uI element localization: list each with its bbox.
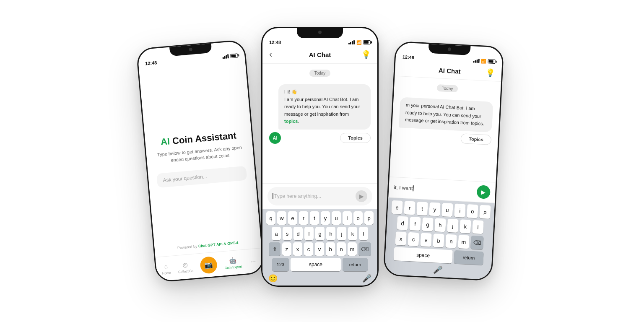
key-s[interactable]: s [283, 227, 292, 240]
key-r-n[interactable]: n [445, 234, 457, 248]
key-r-c[interactable]: c [408, 232, 419, 246]
key-w[interactable]: w [277, 211, 286, 225]
key-y[interactable]: y [321, 211, 330, 225]
collectico-icon: ◎ [181, 260, 190, 269]
topics-button-right[interactable]: Topics [461, 133, 492, 145]
wifi-center: 📶 [356, 40, 361, 45]
back-button[interactable]: ‹ [269, 49, 281, 60]
key-r-j[interactable]: j [447, 219, 459, 233]
key-d[interactable]: d [293, 227, 303, 240]
key-r-k[interactable]: k [460, 219, 471, 233]
nav-extra[interactable]: ⋯ [249, 257, 258, 266]
key-o[interactable]: o [353, 211, 363, 225]
key-l[interactable]: l [359, 227, 368, 240]
key-p[interactable]: p [364, 211, 374, 225]
signal-right [473, 58, 480, 63]
emoji-icon[interactable]: 🙂 [268, 274, 278, 283]
keyboard-row-1: q w e r t y u i o p [264, 211, 376, 225]
bulb-icon-right[interactable]: 💡 [486, 68, 495, 78]
key-r-d[interactable]: d [397, 216, 408, 230]
key-r-v[interactable]: v [420, 233, 432, 247]
nav-coin-expert[interactable]: 🤖 Coin Expert [223, 255, 242, 270]
mic-icon[interactable]: 🎤 [362, 274, 371, 283]
nav-home[interactable]: ⌂ Home [161, 262, 171, 275]
keyboard-row-2: a s d f g h j k l [264, 227, 376, 240]
cursor-blink [273, 193, 273, 199]
signal-left [222, 54, 229, 59]
send-button-center[interactable]: ▶ [356, 190, 367, 202]
key-shift[interactable]: ⇧ [269, 242, 280, 256]
key-m[interactable]: m [348, 242, 357, 256]
key-j[interactable]: j [337, 227, 346, 240]
key-r-l[interactable]: l [472, 220, 484, 234]
battery-right [488, 59, 495, 64]
keyboard-row-3: ⇧ z x c v b n m ⌫ [264, 242, 376, 256]
key-space[interactable]: space [291, 258, 341, 271]
key-u[interactable]: u [332, 211, 341, 225]
chat-bubble-right: m your personal AI Chat Bot. I am ready … [399, 97, 493, 132]
camera-dot-right [448, 47, 451, 51]
key-r[interactable]: r [299, 211, 308, 225]
key-r-g[interactable]: g [422, 218, 434, 231]
key-k[interactable]: k [348, 227, 357, 240]
key-q[interactable]: q [266, 211, 275, 225]
key-123[interactable]: 123 [272, 258, 289, 271]
camera-dot-center [318, 31, 322, 34]
key-f[interactable]: f [304, 227, 314, 240]
nav-camera[interactable]: 📷 [200, 256, 218, 274]
mic-icon-right[interactable]: 🎤 [433, 265, 443, 275]
key-r-m[interactable]: m [458, 235, 470, 249]
phone-left: 12:48 AI Coin Assistant [136, 39, 265, 283]
key-backspace[interactable]: ⌫ [358, 242, 371, 256]
input-row-center: Type here anything... ▶ [267, 187, 372, 205]
topics-link: topics [284, 119, 298, 124]
key-r-h[interactable]: h [434, 218, 446, 232]
topics-button-center[interactable]: Topics [340, 133, 371, 143]
key-r-e[interactable]: e [391, 200, 403, 214]
chat-area-center: AI Hi! 👋I am your personal AI Chat Bot. … [262, 83, 377, 183]
bulb-icon-center[interactable]: 💡 [361, 50, 371, 59]
key-a[interactable]: a [272, 227, 281, 240]
scene: 12:48 AI Coin Assistant [133, 10, 511, 312]
key-b[interactable]: b [326, 242, 335, 256]
chat-bubble: Hi! 👋I am your personal AI Chat Bot. I a… [278, 84, 371, 130]
key-r-y[interactable]: y [429, 202, 441, 216]
key-r-t[interactable]: t [416, 202, 428, 216]
send-button-right[interactable]: ▶ [476, 185, 491, 199]
key-x[interactable]: x [293, 242, 302, 256]
key-r-return[interactable]: return [454, 250, 484, 265]
camera-icon: 📷 [200, 256, 218, 274]
key-t[interactable]: t [310, 211, 319, 225]
ai-word: AI [160, 136, 170, 147]
key-r-u[interactable]: u [441, 203, 453, 217]
key-r-b[interactable]: b [433, 234, 444, 247]
key-g[interactable]: g [315, 227, 325, 240]
notch-center [297, 28, 343, 38]
key-c[interactable]: c [304, 242, 313, 256]
key-r-o[interactable]: o [467, 204, 478, 218]
key-r-i[interactable]: i [454, 204, 466, 218]
key-i[interactable]: i [343, 211, 352, 225]
chat-title-center: AI Chat [309, 51, 331, 58]
key-e[interactable]: e [288, 211, 297, 225]
coin-word: Coin Assistant [169, 130, 237, 146]
wifi-right: 📶 [481, 59, 486, 64]
key-r-bs[interactable]: ⌫ [470, 236, 484, 250]
key-r-f[interactable]: f [409, 217, 421, 231]
nav-collectico[interactable]: ◎ CollectiCo [177, 260, 194, 274]
key-v[interactable]: v [315, 242, 324, 256]
key-r-p[interactable]: p [479, 205, 491, 219]
key-r-r[interactable]: r [404, 201, 415, 215]
battery-left [230, 53, 238, 58]
ask-input[interactable]: Ask your question... [156, 166, 247, 188]
key-h[interactable]: h [326, 227, 335, 240]
chat-input-right[interactable]: it, I want [394, 184, 474, 195]
signal-center [348, 40, 355, 44]
key-z[interactable]: z [282, 242, 291, 256]
chat-title-right: AI Chat [413, 65, 486, 76]
key-return[interactable]: return [343, 258, 368, 271]
chat-type-input[interactable]: Type here anything... [273, 193, 352, 200]
keyboard-bottom-center: 🙂 🎤 [264, 271, 376, 284]
key-r-x[interactable]: x [395, 231, 407, 245]
key-n[interactable]: n [337, 242, 346, 256]
